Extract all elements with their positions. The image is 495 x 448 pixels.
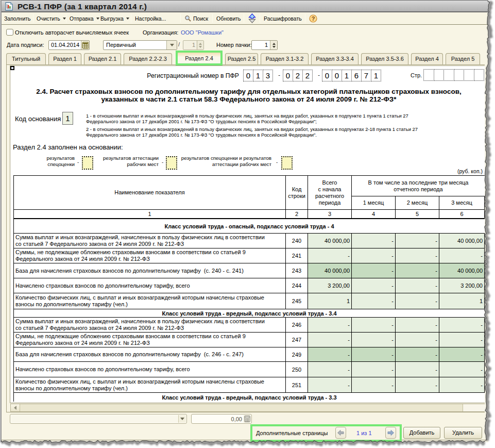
value-cell[interactable]: - bbox=[396, 234, 439, 248]
value-cell[interactable]: - bbox=[396, 377, 439, 392]
sheet-corner-marker bbox=[10, 66, 14, 70]
horizontal-scrollbar[interactable] bbox=[10, 404, 485, 412]
value-cell[interactable]: - bbox=[396, 333, 439, 347]
tab-1[interactable]: Раздел 1 bbox=[48, 53, 81, 65]
tab-2[interactable]: Раздел 2.1 bbox=[84, 53, 121, 65]
value-cell[interactable]: - bbox=[439, 362, 485, 377]
tab-8[interactable]: Раздел 3.5-3.6 bbox=[361, 53, 408, 65]
reason-code-box[interactable]: 1 bbox=[62, 112, 73, 125]
value-cell[interactable]: 1 bbox=[439, 293, 485, 309]
value-cell[interactable]: 40 000,00 bbox=[439, 234, 485, 248]
delete-page-button[interactable]: Удалить bbox=[444, 427, 482, 439]
header-month-text: 1 месяц bbox=[363, 200, 384, 206]
previous-page-button[interactable] bbox=[335, 427, 346, 439]
decode-button[interactable]: Расшифровать bbox=[264, 14, 302, 23]
tab-7[interactable]: Раздел 3.3-3.4 bbox=[311, 53, 359, 65]
batch-spin-buttons[interactable] bbox=[270, 41, 277, 49]
value-cell[interactable]: - bbox=[396, 362, 439, 377]
value-cell[interactable]: - bbox=[396, 263, 439, 278]
reg-number-group: 001671 bbox=[322, 70, 381, 81]
tab-label: Раздел 3.1-3.2 bbox=[266, 56, 304, 62]
value-cell[interactable]: - bbox=[439, 318, 485, 332]
tab-10[interactable]: Раздел 5 bbox=[446, 53, 480, 65]
value-cell[interactable]: 1 bbox=[308, 293, 352, 309]
value-cell[interactable]: - bbox=[352, 248, 396, 263]
tab-3[interactable]: Раздел 2.2-2.3 bbox=[124, 53, 172, 65]
tab-9[interactable]: Раздел 4 bbox=[411, 53, 443, 65]
value-cell[interactable]: 40 000,00 bbox=[308, 263, 352, 278]
refresh-button[interactable]: Обновить bbox=[216, 14, 241, 23]
scroll-left-button[interactable] bbox=[11, 404, 20, 411]
footer-combobox[interactable] bbox=[10, 414, 187, 424]
value-cell[interactable]: - bbox=[439, 248, 485, 263]
calendar-button[interactable] bbox=[81, 41, 89, 49]
value-cell[interactable]: - bbox=[439, 333, 485, 347]
value-cell[interactable]: - bbox=[308, 318, 352, 332]
totals-toggle-button[interactable] bbox=[248, 13, 256, 23]
value-cell[interactable]: 3 200,00 bbox=[308, 278, 352, 293]
value-cell[interactable]: - bbox=[308, 333, 352, 347]
sign-date-input[interactable]: 01.04.2014 bbox=[48, 40, 90, 50]
row-code: 240 bbox=[286, 234, 308, 248]
scrollbar-thumb[interactable] bbox=[463, 404, 485, 411]
value-cell[interactable]: - bbox=[352, 278, 396, 293]
value-cell[interactable]: - bbox=[352, 293, 396, 309]
row-code: 246 bbox=[286, 318, 308, 332]
help-button[interactable]: ? bbox=[309, 14, 317, 23]
value-cell[interactable]: - bbox=[352, 362, 396, 377]
next-page-button[interactable] bbox=[385, 427, 396, 439]
search-button[interactable]: Поиск bbox=[184, 14, 208, 23]
tab-0[interactable]: Титульный bbox=[6, 53, 46, 65]
value-cell[interactable]: 40 000,00 bbox=[308, 234, 352, 248]
batch-number-spinner[interactable]: 1 bbox=[251, 40, 278, 50]
value-cell[interactable]: - bbox=[396, 293, 439, 309]
amount-field[interactable]: 0,00 bbox=[191, 414, 252, 424]
value-cell[interactable]: - bbox=[396, 278, 439, 293]
send-button[interactable]: Отправка bbox=[70, 14, 99, 23]
tab-4[interactable]: Раздел 2.4 bbox=[177, 52, 221, 65]
calculator-icon bbox=[244, 416, 250, 422]
toolbar-button-label: Обновить bbox=[216, 15, 241, 22]
page-number-cell bbox=[474, 69, 485, 81]
header-month-3: 3 месяц bbox=[439, 196, 485, 209]
tab-5[interactable]: Раздел 2.5 bbox=[225, 53, 258, 65]
value-cell[interactable]: - bbox=[308, 377, 352, 392]
value-cell[interactable]: - bbox=[352, 333, 396, 347]
unload-button[interactable]: Выгрузка bbox=[100, 14, 129, 23]
column-number: 3 bbox=[308, 210, 352, 218]
value-cell[interactable]: - bbox=[352, 347, 396, 361]
page-indicator: 1 из 1 bbox=[356, 430, 372, 436]
window-titlebar[interactable]: РСВ-1 ПФР (за 1 квартал 2014 г.) bbox=[2, 0, 488, 12]
calculator-button[interactable] bbox=[244, 415, 251, 423]
footer-combo-dropdown[interactable] bbox=[178, 415, 186, 423]
value-cell[interactable]: - bbox=[308, 347, 352, 361]
settings-button[interactable]: Настройка... bbox=[135, 14, 166, 23]
next-page-icon bbox=[387, 429, 395, 437]
basis-option-box[interactable] bbox=[281, 156, 293, 170]
value-cell[interactable]: - bbox=[308, 362, 352, 377]
autocalc-checkbox[interactable] bbox=[6, 29, 13, 36]
value-cell[interactable]: - bbox=[352, 377, 396, 392]
tab-6[interactable]: Раздел 3.1-3.2 bbox=[261, 53, 309, 65]
value-cell[interactable]: - bbox=[352, 318, 396, 332]
value-cell[interactable]: - bbox=[439, 347, 485, 361]
fill-button[interactable]: Заполнить bbox=[4, 14, 31, 23]
value-cell[interactable]: - bbox=[352, 234, 396, 248]
tab-label: Раздел 4 bbox=[415, 56, 439, 62]
value-cell[interactable]: - bbox=[396, 318, 439, 332]
value-cell[interactable]: - bbox=[352, 263, 396, 278]
organization-link[interactable]: ООО "Ромашки" bbox=[181, 29, 224, 36]
value-cell[interactable]: 3 200,00 bbox=[439, 278, 485, 293]
correction-number-spinner[interactable]: 1 bbox=[183, 40, 204, 50]
value-cell[interactable]: - bbox=[439, 377, 485, 392]
value-cell[interactable]: - bbox=[308, 248, 352, 263]
revision-combobox[interactable]: Первичный bbox=[103, 40, 177, 50]
value-cell[interactable]: 40 000,00 bbox=[439, 263, 485, 278]
correction-spin-buttons[interactable] bbox=[197, 41, 203, 49]
add-page-button[interactable]: Добавить bbox=[403, 427, 440, 439]
value-cell[interactable]: - bbox=[396, 347, 439, 361]
clear-button[interactable]: Очистить bbox=[37, 14, 66, 23]
value-cell[interactable]: - bbox=[396, 248, 439, 263]
revision-dropdown-button[interactable] bbox=[166, 41, 177, 49]
toolbar-button-label: Поиск bbox=[193, 15, 208, 22]
